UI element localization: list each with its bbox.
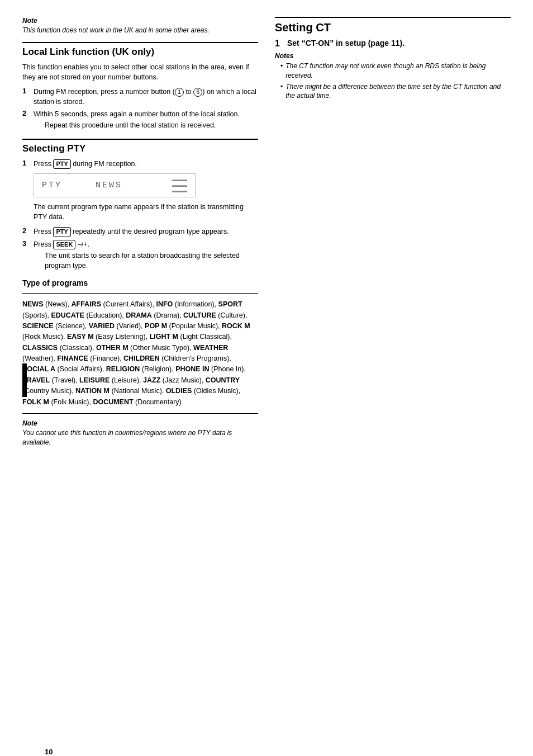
ct-note-2: • There might be a difference between th… (280, 82, 511, 101)
bullet-dot-2: • (280, 82, 283, 101)
type-programs-title: Type of programs (22, 278, 258, 287)
step-num-2: 2 (22, 109, 30, 117)
ct-notes-label: Notes (275, 52, 511, 60)
seek-btn: SEEK (53, 240, 75, 249)
ct-notes-list: • The CT function may not work even thou… (280, 62, 511, 101)
type-programs-content: NEWS (News), AFFAIRS (Current Affairs), … (22, 299, 258, 408)
step2-main: Within 5 seconds, press again a number b… (34, 110, 240, 118)
circle-6: 6 (193, 88, 202, 97)
type-programs-note-label: Note (22, 419, 258, 427)
right-column: Setting CT 1 Set “CT-ON” in setup (page … (275, 17, 511, 454)
circle-1: 1 (175, 88, 184, 97)
step2-sub: Repeat this procedure until the local st… (45, 120, 240, 130)
selecting-pty-title: Selecting PTY (22, 139, 258, 154)
pty-btn-2: PTY (53, 227, 70, 237)
pty-step2-text: Press PTY repeatedly until the desired p… (34, 226, 229, 237)
pty-step-num-3: 3 (22, 239, 30, 248)
ct-note-1: • The CT function may not work even thou… (280, 62, 511, 81)
type-of-programs-section: Type of programs NEWS (News), AFFAIRS (C… (22, 278, 258, 447)
pty-step2: 2 Press PTY repeatedly until the desired… (22, 226, 258, 237)
pty-step-num-2: 2 (22, 226, 30, 235)
sidebar-black-bar (22, 363, 27, 397)
pty-step1: 1 Press PTY during FM reception. (22, 159, 258, 169)
left-column: Note This function does not work in the … (22, 17, 258, 454)
step-num-1: 1 (22, 87, 30, 95)
top-note-text: This function does not work in the UK an… (22, 26, 258, 35)
local-link-title: Local Link function (UK only) (22, 42, 258, 58)
setting-ct-section: Setting CT 1 Set “CT-ON” in setup (page … (275, 17, 511, 101)
ct-step-num-1: 1 (275, 39, 284, 49)
display-bars: ▬▬▬ ▬▬▬ ▬▬▬ (172, 177, 187, 193)
selecting-pty-section: Selecting PTY 1 Press PTY during FM rece… (22, 139, 258, 271)
bullet-dot-1: • (280, 62, 283, 81)
local-link-intro: This function enables you to select othe… (22, 62, 258, 82)
pty-step3-text: Press SEEK –/+. (34, 240, 89, 248)
local-link-step1: 1 During FM reception, press a number bu… (22, 87, 258, 107)
local-link-section: Local Link function (UK only) This funct… (22, 42, 258, 131)
ct-step1: 1 Set “CT-ON” in setup (page 11). (275, 39, 511, 49)
ct-step1-text: Set “CT-ON” in setup (page 11). (287, 39, 404, 48)
ct-note-2-text: There might be a difference between the … (285, 82, 511, 101)
top-note-label: Note (22, 17, 258, 25)
display-text: PTY NEWS (42, 181, 122, 190)
pty-step-num-1: 1 (22, 159, 30, 167)
pty-step3: 3 Press SEEK –/+. The unit starts to sea… (22, 239, 258, 271)
display-caption: The current program type name appears if… (34, 202, 258, 222)
ct-note-1-text: The CT function may not work even though… (285, 62, 511, 81)
step1-text: During FM reception, press a number butt… (34, 87, 258, 107)
type-programs-note-text: You cannot use this function in countrie… (22, 428, 258, 447)
local-link-step2: 2 Within 5 seconds, press again a number… (22, 109, 258, 130)
pty-step1-text: Press PTY during FM reception. (34, 159, 137, 169)
page-number: 10 (45, 748, 53, 756)
pty-btn-1: PTY (53, 159, 70, 169)
setting-ct-title: Setting CT (275, 17, 511, 34)
pty-step3-sub: The unit starts to search for a station … (45, 251, 258, 271)
